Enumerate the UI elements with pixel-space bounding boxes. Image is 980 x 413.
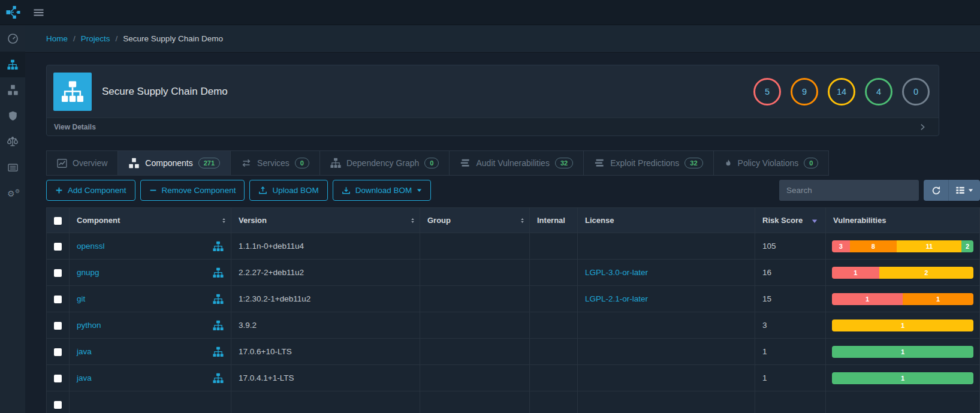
column-header-vulnerabilities[interactable]: Vulnerabilities (826, 208, 980, 233)
breadcrumb-link-home[interactable]: Home (46, 34, 68, 43)
row-checkbox[interactable] (54, 401, 62, 409)
dependency-graph-icon[interactable] (213, 320, 224, 331)
license-link[interactable]: LGPL-3.0-or-later (585, 268, 648, 277)
row-checkbox[interactable] (54, 243, 62, 251)
dependency-graph-icon[interactable] (213, 346, 224, 357)
select-all-checkbox[interactable] (54, 217, 62, 225)
tab-label: Exploit Predictions (610, 158, 679, 168)
severity-badge-count: 9 (802, 87, 807, 97)
tab-count-badge: 0 (295, 158, 309, 168)
component-link[interactable]: python (77, 321, 101, 330)
page-title: Secure Supply Chain Demo (102, 86, 228, 98)
sort-desc-icon[interactable] (812, 219, 818, 224)
sidebar-item-components[interactable] (0, 77, 25, 103)
columns-button[interactable] (948, 180, 980, 201)
component-link[interactable]: openssl (77, 242, 105, 251)
hamburger-icon[interactable] (32, 7, 45, 18)
row-checkbox[interactable] (54, 296, 62, 303)
dependency-graph-icon[interactable] (213, 373, 224, 384)
table-row: openssl1.1.1n-0+deb11u410538112 (47, 233, 980, 260)
severity-badge-low[interactable]: 4 (865, 78, 892, 105)
sidebar-item-licenses[interactable] (0, 129, 25, 155)
tab-exploit-predictions[interactable]: Exploit Predictions32 (583, 150, 713, 176)
sidebar-item-policy-management[interactable]: ⚙⚙ (0, 180, 25, 206)
cubes-icon (7, 85, 19, 96)
dependency-graph-icon[interactable] (213, 267, 224, 278)
row-checkbox[interactable] (54, 375, 62, 382)
column-header-risk-score[interactable]: Risk Score (755, 208, 826, 233)
tab-services[interactable]: Services0 (230, 150, 320, 176)
row-checkbox[interactable] (54, 322, 62, 330)
sort-icon[interactable] (520, 216, 525, 224)
sort-icon[interactable] (221, 216, 227, 224)
top-bar (0, 0, 980, 25)
severity-badge-critical[interactable]: 5 (753, 78, 781, 105)
dependency-graph-icon[interactable] (213, 294, 224, 305)
vulnerability-bar: 1 (832, 372, 973, 384)
tab-policy-violations[interactable]: Policy Violations0 (713, 150, 830, 176)
project-card: Secure Supply Chain Demo 591440 View Det… (46, 65, 939, 136)
severity-badge-count: 0 (913, 87, 918, 97)
sidebar-item-projects[interactable] (0, 52, 25, 77)
column-header-version[interactable]: Version (231, 208, 420, 233)
row-checkbox[interactable] (54, 269, 62, 277)
component-link[interactable]: git (77, 294, 85, 303)
risk-score-cell: 105 (755, 233, 826, 260)
remove-component-button[interactable]: Remove Component (140, 180, 245, 201)
vuln-segment-critical: 1 (832, 293, 903, 305)
risk-score-cell: 3 (755, 312, 826, 339)
license-link[interactable]: LGPL-2.1-or-later (585, 294, 648, 303)
vulnerability-bar: 1 (832, 346, 973, 358)
tab-count-badge: 271 (198, 158, 220, 168)
vuln-segment-low: 1 (832, 372, 973, 384)
table-row: python3.9.231 (47, 312, 980, 339)
sidebar-item-vulnerability-audit[interactable] (0, 155, 25, 180)
row-checkbox[interactable] (54, 348, 62, 356)
upload-bom-button[interactable]: Upload BOM (249, 180, 327, 201)
chart-line-icon (57, 158, 67, 168)
button-label: Remove Component (162, 186, 236, 195)
plus-icon (55, 186, 63, 194)
breadcrumb-current: Secure Supply Chain Demo (123, 34, 223, 43)
column-header-internal[interactable]: Internal (530, 208, 578, 233)
sidebar-item-vulnerabilities[interactable] (0, 103, 25, 129)
search-input[interactable] (779, 180, 919, 201)
components-table: ComponentVersionGroupInternalLicenseRisk… (46, 207, 980, 413)
caret-down-icon (968, 188, 973, 192)
column-label: Internal (537, 216, 565, 225)
tab-overview[interactable]: Overview (46, 150, 118, 176)
breadcrumb-link-projects[interactable]: Projects (81, 34, 110, 43)
column-header-license[interactable]: License (578, 208, 755, 233)
view-details-button[interactable]: View Details (47, 117, 939, 135)
tab-dependency-graph[interactable]: Dependency Graph0 (319, 150, 450, 176)
component-link[interactable]: gnupg (77, 268, 99, 277)
component-link[interactable]: java (77, 347, 92, 356)
severity-badge-count: 14 (837, 87, 846, 97)
group-cell (420, 365, 530, 391)
column-header-component[interactable]: Component (70, 208, 231, 233)
tab-components[interactable]: Components271 (117, 150, 231, 176)
vulnerabilities-cell: 11 (826, 286, 980, 312)
table-row: java17.0.6+10-LTS11 (47, 339, 980, 365)
vuln-segment-critical: 3 (832, 240, 850, 252)
components-toolbar: Add ComponentRemove ComponentUpload BOMD… (46, 180, 980, 201)
severity-badge-high[interactable]: 9 (791, 78, 818, 105)
refresh-button[interactable] (924, 180, 948, 201)
internal-cell (530, 233, 578, 260)
vuln-segment-critical: 1 (832, 267, 879, 279)
column-label: Version (239, 216, 267, 225)
column-header-group[interactable]: Group (420, 208, 530, 233)
dependency-graph-icon[interactable] (213, 241, 224, 252)
severity-badge-unassigned[interactable]: 0 (902, 78, 930, 105)
dependency-track-logo-icon (5, 5, 20, 20)
tab-audit-vulnerabilities[interactable]: Audit Vulnerabilities32 (449, 150, 584, 176)
download-bom-button[interactable]: Download BOM (333, 180, 432, 201)
severity-badge-medium[interactable]: 14 (828, 78, 855, 105)
cubes-icon (128, 158, 140, 169)
component-link[interactable]: java (77, 373, 92, 382)
app-logo[interactable] (0, 5, 25, 20)
sort-icon[interactable] (410, 216, 415, 224)
add-component-button[interactable]: Add Component (46, 180, 135, 201)
sidebar-item-dashboard[interactable] (0, 26, 25, 52)
group-cell (420, 312, 530, 339)
